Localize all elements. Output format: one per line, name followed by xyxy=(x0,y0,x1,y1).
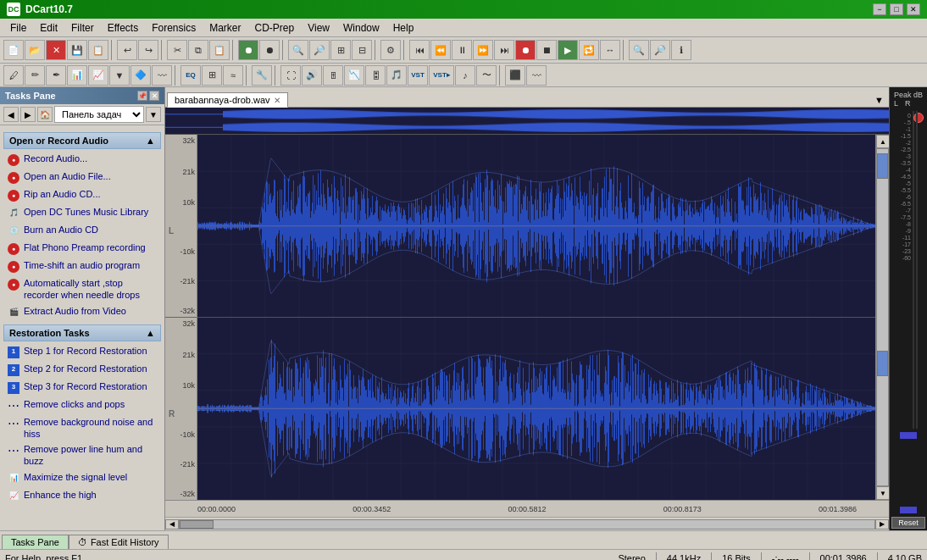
tab-tasks-pane[interactable]: Tasks Pane xyxy=(2,535,69,549)
task-step1[interactable]: 1 Step 1 for Record Restoration xyxy=(3,343,161,361)
v-scroll-thumb-lower[interactable] xyxy=(877,351,888,376)
tb-play[interactable]: ▶ xyxy=(558,40,578,60)
section-open-record[interactable]: Open or Record Audio ▲ xyxy=(3,132,161,149)
task-burn-cd[interactable]: 💿 Burn an Audio CD xyxy=(3,222,161,240)
tb-fast-forward[interactable]: ⏩ xyxy=(473,40,493,60)
task-step3[interactable]: 3 Step 3 for Record Restoration xyxy=(3,379,161,396)
tb-open[interactable]: 📂 xyxy=(25,40,45,60)
tb2-10[interactable]: ≈ xyxy=(223,65,243,86)
tb2-20[interactable]: ⬛ xyxy=(505,65,525,86)
tb-live[interactable]: ⏺ xyxy=(238,40,258,60)
task-remove-background[interactable]: ⋯ Remove background noise and hiss xyxy=(3,414,161,442)
menu-file[interactable]: File xyxy=(3,20,33,36)
tb2-eq[interactable]: EQ xyxy=(180,65,201,86)
task-maximize-signal[interactable]: 📊 Maximize the signal level xyxy=(3,469,161,487)
v-scroll-thumb-upper[interactable] xyxy=(877,153,888,179)
menu-effects[interactable]: Effects xyxy=(101,20,145,36)
tb-to-start[interactable]: ⏮ xyxy=(409,40,430,60)
tasks-dropdown[interactable]: Панель задач xyxy=(54,106,144,123)
task-dc-tunes[interactable]: 🎵 Open DC Tunes Music Library xyxy=(3,204,161,222)
tb-record2[interactable]: ⏺ xyxy=(515,40,536,60)
tb2-1[interactable]: 🖊 xyxy=(3,65,24,86)
task-record-audio[interactable]: ● Record Audio... xyxy=(3,151,161,169)
tb2-12[interactable]: ⛶ xyxy=(280,65,301,86)
tb-zoom-sel[interactable]: ⊞ xyxy=(330,40,351,60)
h-scrollbar-thumb[interactable] xyxy=(180,520,214,529)
tb2-19[interactable]: 〜 xyxy=(476,65,497,86)
tb2-2[interactable]: ✏ xyxy=(25,65,45,86)
h-scroll-right[interactable]: ▶ xyxy=(875,519,889,530)
tb2-11[interactable]: 🔧 xyxy=(252,65,272,86)
tasks-pane-close-btn[interactable]: ✕ xyxy=(149,91,159,101)
tb-undo[interactable]: ↩ xyxy=(117,40,137,60)
task-enhance-high[interactable]: 📈 Enhance the high xyxy=(3,487,161,505)
tb2-9[interactable]: ⊞ xyxy=(202,65,222,86)
tb-save[interactable]: 💾 xyxy=(67,40,87,60)
tb2-18[interactable]: ♪ xyxy=(455,65,475,86)
task-flat-phono[interactable]: ● Flat Phono Preamp recording xyxy=(3,240,161,258)
task-rip-cd[interactable]: ● Rip an Audio CD... xyxy=(3,186,161,204)
tab-close-btn[interactable]: ✕ xyxy=(274,96,280,105)
tb2-16[interactable]: 🎛 xyxy=(365,65,386,86)
tb-cut[interactable]: ✂ xyxy=(167,40,187,60)
tb-pause[interactable]: ⏸ xyxy=(452,40,472,60)
tb-zoom-out[interactable]: 🔎 xyxy=(309,40,330,60)
tb-copy[interactable]: ⧉ xyxy=(188,40,208,60)
h-scroll-left[interactable]: ◀ xyxy=(165,519,179,530)
tb2-21[interactable]: 〰 xyxy=(526,65,547,86)
task-step2[interactable]: 2 Step 2 for Record Restoration xyxy=(3,361,161,379)
tb-search2[interactable]: 🔎 xyxy=(650,40,670,60)
tb2-4[interactable]: 📊 xyxy=(67,65,87,86)
task-extract-video[interactable]: 🎬 Extract Audio from Video xyxy=(3,303,161,321)
v-scroll-up[interactable]: ▲ xyxy=(876,135,889,148)
menu-forensics[interactable]: Forensics xyxy=(145,20,203,36)
tb-close[interactable]: ✕ xyxy=(46,40,66,60)
tb-stop[interactable]: ⏹ xyxy=(536,40,557,60)
tab-dropdown-btn[interactable]: ▼ xyxy=(871,93,887,107)
menu-cd-prep[interactable]: CD-Prep xyxy=(248,20,302,36)
close-button[interactable]: ✕ xyxy=(907,3,920,15)
tb-search[interactable]: 🔍 xyxy=(629,40,649,60)
tb2-17[interactable]: 🎵 xyxy=(386,65,407,86)
tb-paste[interactable]: 📋 xyxy=(209,40,230,60)
section-restoration[interactable]: Restoration Tasks ▲ xyxy=(3,324,161,341)
v-scroll-down[interactable]: ▼ xyxy=(876,486,889,500)
tb2-8[interactable]: 〰 xyxy=(152,65,172,86)
v-scroll-track[interactable] xyxy=(876,148,889,486)
tab-fast-edit-history[interactable]: ⏱ Fast Edit History xyxy=(69,535,169,549)
tb2-vst2[interactable]: VST▸ xyxy=(429,65,454,86)
tb-new[interactable]: 📄 xyxy=(3,40,24,60)
menu-window[interactable]: Window xyxy=(336,20,386,36)
menu-help[interactable]: Help xyxy=(386,20,421,36)
tasks-pane-pin[interactable]: 📌 xyxy=(137,91,147,101)
tb-record[interactable]: ⏺ xyxy=(259,40,280,60)
task-open-audio[interactable]: ● Open an Audio File... xyxy=(3,169,161,186)
tb-loop[interactable]: 🔁 xyxy=(579,40,599,60)
tasks-nav-back[interactable]: ◀ xyxy=(3,107,19,122)
tasks-nav-arrow[interactable]: ▼ xyxy=(146,107,161,122)
menu-edit[interactable]: Edit xyxy=(33,20,64,36)
tb-rewind[interactable]: ⏪ xyxy=(430,40,451,60)
menu-marker[interactable]: Marker xyxy=(203,20,247,36)
tb-info[interactable]: ℹ xyxy=(671,40,691,60)
task-time-shift[interactable]: ● Time-shift an audio program xyxy=(3,258,161,275)
minimize-button[interactable]: − xyxy=(873,3,886,15)
menu-view[interactable]: View xyxy=(301,20,336,36)
tb2-13[interactable]: 🔊 xyxy=(302,65,322,86)
tab-waveform[interactable]: barabannaya-drob.wav ✕ xyxy=(167,92,288,108)
h-scrollbar-track[interactable] xyxy=(179,519,875,530)
tb-zoom-in[interactable]: 🔍 xyxy=(288,40,308,60)
tb-redo[interactable]: ↪ xyxy=(138,40,158,60)
tb2-6[interactable]: ▼ xyxy=(109,65,130,86)
task-remove-clicks[interactable]: ⋯ Remove clicks and pops xyxy=(3,396,161,414)
tb-save-as[interactable]: 📋 xyxy=(88,40,108,60)
maximize-button[interactable]: □ xyxy=(890,3,903,15)
tb2-5[interactable]: 📈 xyxy=(88,65,108,86)
peak-reset-btn[interactable]: Reset xyxy=(891,517,925,529)
tb2-7[interactable]: 🔷 xyxy=(130,65,151,86)
task-auto-start[interactable]: ● Automatically start ,stop recorder whe… xyxy=(3,275,161,303)
tb-zoom-all[interactable]: ⊟ xyxy=(352,40,372,60)
menu-filter[interactable]: Filter xyxy=(64,20,101,36)
tb2-vst[interactable]: VST xyxy=(408,65,428,86)
tb2-3[interactable]: ✒ xyxy=(46,65,66,86)
